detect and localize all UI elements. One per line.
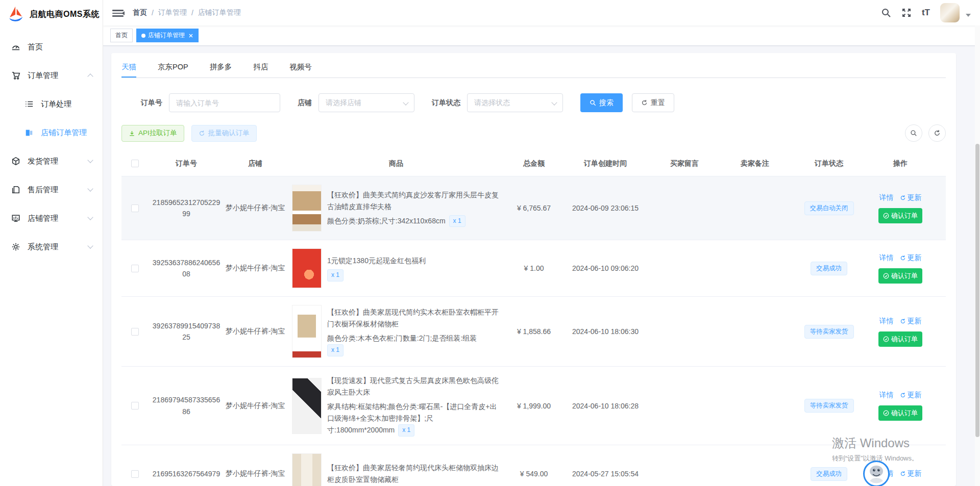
search-button-label: 搜索 bbox=[599, 98, 614, 108]
tag-label: 首页 bbox=[115, 31, 128, 40]
refresh-icon bbox=[900, 195, 906, 201]
sidebar-item-shipping-management[interactable]: 发货管理 bbox=[0, 147, 103, 175]
orders-table: 订单号 店铺 商品 总金额 订单创建时间 买家留言 卖家备注 订单状态 操作 2… bbox=[121, 151, 946, 486]
tab-tmall[interactable]: 天猫 bbox=[121, 56, 136, 78]
close-icon[interactable] bbox=[188, 33, 193, 38]
chevron-down-icon bbox=[87, 157, 93, 163]
row-checkbox[interactable] bbox=[131, 470, 139, 478]
sidebar-collapse-icon[interactable] bbox=[112, 8, 124, 17]
table-search-icon-button[interactable] bbox=[905, 124, 922, 142]
quantity-badge: x 1 bbox=[449, 215, 465, 227]
table-row: 2185965231270522999 梦小妮牛仔裤-淘宝 【狂欢价】曲美美式简… bbox=[121, 176, 946, 240]
confirm-order-button[interactable]: 确认订单 bbox=[878, 331, 922, 347]
reset-button[interactable]: 重置 bbox=[632, 93, 674, 112]
order-no-input[interactable] bbox=[169, 93, 280, 112]
sidebar-item-label: 系统管理 bbox=[28, 242, 58, 252]
update-link[interactable]: 更新 bbox=[900, 391, 922, 400]
confirm-order-button[interactable]: 确认订单 bbox=[878, 405, 922, 421]
status-badge: 等待卖家发货 bbox=[804, 325, 854, 339]
order-amount: ¥ 549.00 bbox=[506, 470, 561, 478]
main-area: 首页 / 订单管理 / 店铺订单管理 tT 首页 bbox=[103, 0, 980, 486]
select-all-checkbox[interactable] bbox=[131, 160, 139, 167]
sidebar-item-label: 订单处理 bbox=[41, 99, 71, 109]
tab-douyin[interactable]: 抖店 bbox=[253, 56, 268, 78]
user-menu-caret-icon[interactable] bbox=[966, 14, 971, 17]
tab-pinduoduo[interactable]: 拼多多 bbox=[210, 56, 232, 78]
quantity-badge: x 1 bbox=[327, 269, 344, 282]
sidebar-item-order-management[interactable]: 订单管理 bbox=[0, 61, 103, 90]
tag-shop-order-management[interactable]: 店铺订单管理 bbox=[136, 29, 199, 42]
order-amount: ¥ 1,858.66 bbox=[506, 327, 561, 336]
row-checkbox[interactable] bbox=[131, 265, 139, 272]
customer-service-robot-icon[interactable] bbox=[863, 460, 890, 486]
tab-video[interactable]: 视频号 bbox=[289, 56, 312, 78]
refresh-icon bbox=[199, 130, 205, 137]
download-icon bbox=[129, 130, 135, 137]
breadcrumb: 首页 / 订单管理 / 店铺订单管理 bbox=[133, 8, 241, 17]
confirm-order-button[interactable]: 确认订单 bbox=[878, 268, 922, 284]
column-header-buyer-message: 买家留言 bbox=[649, 159, 720, 168]
batch-confirm-orders-button[interactable]: 批量确认订单 bbox=[191, 125, 257, 142]
font-size-icon[interactable]: tT bbox=[922, 8, 930, 18]
detail-link[interactable]: 详情 bbox=[879, 391, 894, 400]
shop-name: 梦小妮牛仔裤-淘宝 bbox=[225, 327, 286, 336]
confirm-order-button[interactable]: 确认订单 bbox=[878, 208, 922, 223]
sidebar-item-shop-management[interactable]: 店铺管理 bbox=[0, 204, 103, 233]
content-card: 天猫 京东POP 拼多多 抖店 视频号 订单号 店铺 请选择店铺 订单状态 请选… bbox=[111, 53, 956, 486]
product-spec: 颜色分类:奶茶棕;尺寸:342x110x68cm bbox=[327, 217, 446, 225]
sidebar-item-home[interactable]: 首页 bbox=[0, 33, 103, 61]
detail-link[interactable]: 详情 bbox=[879, 253, 894, 263]
app-logo[interactable]: 启航电商OMS系统 bbox=[0, 0, 103, 29]
sidebar-item-shop-order-management[interactable]: 店铺订单管理 bbox=[0, 118, 103, 147]
search-icon[interactable] bbox=[881, 8, 891, 18]
sidebar-item-label: 店铺订单管理 bbox=[41, 128, 87, 138]
tag-home[interactable]: 首页 bbox=[110, 29, 133, 42]
fullscreen-icon[interactable] bbox=[901, 8, 912, 18]
order-created-time: 2024-06-10 18:06:28 bbox=[561, 402, 649, 410]
column-header-shop: 店铺 bbox=[225, 159, 286, 168]
tags-view-bar: 首页 店铺订单管理 bbox=[103, 25, 980, 46]
tab-jd-pop[interactable]: 京东POP bbox=[158, 56, 188, 78]
sidebar-item-aftersale-management[interactable]: 售后管理 bbox=[0, 175, 103, 204]
sidebar-item-system-management[interactable]: 系统管理 bbox=[0, 233, 103, 261]
cart-icon bbox=[11, 71, 20, 80]
detail-link[interactable]: 详情 bbox=[879, 317, 894, 326]
dashboard-icon bbox=[11, 42, 20, 52]
breadcrumb-home[interactable]: 首页 bbox=[133, 8, 147, 17]
row-checkbox[interactable] bbox=[131, 204, 139, 212]
product-image bbox=[292, 453, 322, 486]
product-title: 【狂欢价】曲美家居现代简约实木衣柜卧室衣帽柜平开门衣橱环保板材储物柜 bbox=[327, 306, 500, 330]
navbar-actions: tT bbox=[881, 3, 971, 22]
sailboat-logo-icon bbox=[7, 6, 24, 23]
refresh-icon bbox=[934, 130, 941, 137]
product-image bbox=[292, 185, 322, 232]
breadcrumb-separator: / bbox=[152, 9, 154, 17]
status-badge: 交易成功 bbox=[811, 467, 847, 481]
order-amount: ¥ 1.00 bbox=[506, 264, 561, 272]
api-pull-orders-button[interactable]: API拉取订单 bbox=[121, 125, 184, 142]
order-created-time: 2024-06-10 18:06:30 bbox=[561, 327, 649, 336]
update-link[interactable]: 更新 bbox=[900, 193, 922, 202]
order-created-time: 2024-05-27 15:05:54 bbox=[561, 470, 649, 478]
product-image bbox=[292, 378, 322, 434]
sidebar-item-order-processing[interactable]: 订单处理 bbox=[0, 90, 103, 118]
search-button[interactable]: 搜索 bbox=[580, 93, 623, 112]
row-checkbox[interactable] bbox=[131, 328, 139, 336]
shop-select[interactable]: 请选择店铺 bbox=[318, 93, 414, 112]
breadcrumb-order-management[interactable]: 订单管理 bbox=[158, 8, 187, 17]
scrollbar-thumb[interactable] bbox=[975, 144, 979, 437]
column-header-product: 商品 bbox=[286, 159, 506, 168]
status-badge: 等待卖家发货 bbox=[804, 399, 854, 413]
update-link[interactable]: 更新 bbox=[900, 469, 922, 478]
detail-link[interactable]: 详情 bbox=[879, 193, 894, 202]
order-status-select[interactable]: 请选择状态 bbox=[467, 93, 563, 112]
row-checkbox[interactable] bbox=[131, 402, 139, 410]
chevron-down-icon bbox=[403, 99, 408, 105]
update-link[interactable]: 更新 bbox=[900, 253, 922, 263]
table-refresh-icon-button[interactable] bbox=[928, 124, 946, 142]
update-link[interactable]: 更新 bbox=[900, 317, 922, 326]
table-row: 2186979458733565686 梦小妮牛仔裤-淘宝 【现货速发】现代意式… bbox=[121, 367, 946, 445]
user-avatar[interactable] bbox=[940, 3, 960, 22]
order-no: 21695163267564979 bbox=[148, 468, 225, 479]
sidebar-menu: 首页 订单管理 订单处理 店铺订单管理 bbox=[0, 29, 103, 261]
